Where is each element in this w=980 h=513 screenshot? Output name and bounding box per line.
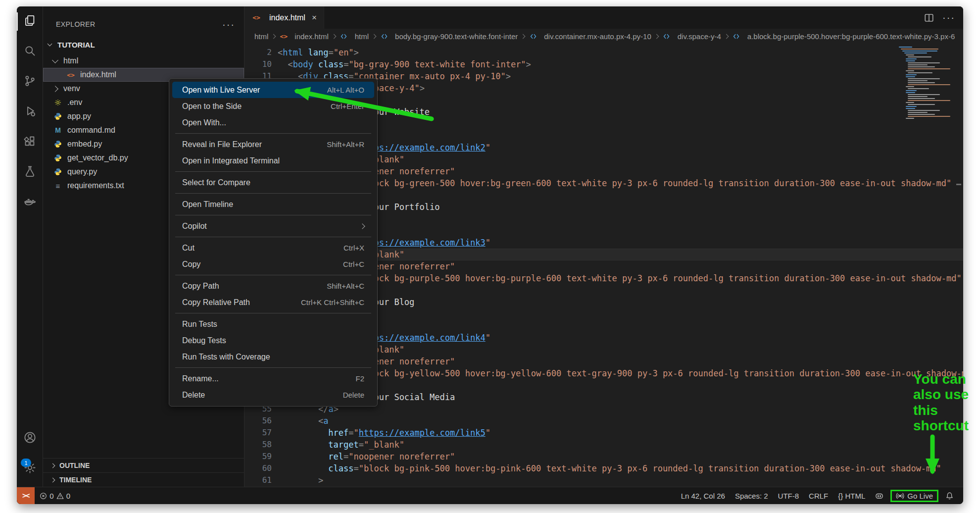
minimap-line: [908, 110, 940, 111]
activity-extensions[interactable]: [17, 127, 43, 157]
file-name: command.md: [67, 126, 115, 135]
code-line[interactable]: 57 href="https://example.com/link5": [245, 427, 963, 439]
breadcrumb-item[interactable]: body.bg-gray-900.text-white.font-inter: [379, 32, 518, 41]
line-number[interactable]: 56: [245, 415, 272, 427]
status-eol[interactable]: CRLF: [804, 492, 833, 500]
python-icon: [53, 112, 63, 120]
menu-item-open-timeline[interactable]: Open Timeline: [172, 196, 374, 212]
line-number[interactable]: 61: [245, 474, 272, 486]
code-text: <a: [272, 415, 328, 427]
activity-bar-top: [17, 6, 43, 218]
status-go-live[interactable]: Go Live: [890, 490, 938, 502]
activity-testing[interactable]: [17, 157, 43, 188]
split-editor-icon[interactable]: [924, 12, 934, 23]
breadcrumb-item[interactable]: html: [254, 32, 268, 41]
menu-item-label: Open Timeline: [182, 200, 233, 209]
minimap-line: [908, 98, 935, 99]
activity-source-control[interactable]: [17, 67, 43, 97]
menu-item-label: Copy Path: [182, 282, 219, 291]
menu-item-cut[interactable]: CutCtrl+X: [172, 240, 374, 256]
menu-item-copy-path[interactable]: Copy PathShift+Alt+C: [172, 278, 374, 294]
breadcrumb-item[interactable]: div.container.mx-auto.px-4.py-10: [528, 32, 651, 41]
code-line[interactable]: 59 rel="noopener noreferrer": [245, 451, 963, 462]
file-tree-item-html[interactable]: html: [43, 54, 244, 68]
line-number[interactable]: 59: [245, 451, 272, 462]
status-bar: >< 0 0 Ln 42, Col 26Spaces: 2UTF-8CRLF{}…: [17, 487, 963, 504]
status-copilot[interactable]: [871, 492, 888, 500]
code-line[interactable]: 2<html lang="en">: [245, 47, 963, 58]
menu-separator: [175, 237, 371, 237]
menu-item-reveal-in-file-explorer[interactable]: Reveal in File ExplorerShift+Alt+R: [172, 136, 374, 153]
menu-item-select-for-compare[interactable]: Select for Compare: [172, 174, 374, 191]
code-line[interactable]: 56 <a: [245, 415, 963, 427]
breadcrumb-item[interactable]: <>index.html: [279, 32, 328, 41]
status-encoding[interactable]: UTF-8: [774, 492, 804, 500]
minimap-line: [901, 49, 939, 50]
activity-search[interactable]: [17, 37, 43, 67]
section-tutorial[interactable]: TUTORIAL: [43, 37, 244, 52]
python-icon: [53, 140, 63, 148]
run-debug-icon: [23, 104, 37, 120]
status-language-mode[interactable]: {} HTML: [833, 492, 870, 500]
breadcrumb-separator-icon: [654, 34, 659, 39]
section-outline[interactable]: OUTLINE: [43, 458, 244, 472]
menu-item-label: Open With...: [182, 118, 226, 127]
minimap[interactable]: [897, 47, 954, 487]
code-line[interactable]: 10 <body class="bg-gray-900 text-white f…: [245, 58, 963, 70]
code-line[interactable]: 58 target="_blank": [245, 439, 963, 451]
editor-more-actions-icon[interactable]: ···: [942, 12, 955, 23]
menu-item-open-to-the-side[interactable]: Open to the SideCtrl+Enter: [172, 98, 374, 114]
explorer-more-actions-icon[interactable]: ···: [222, 19, 235, 30]
menu-item-debug-tests[interactable]: Debug Tests: [172, 332, 374, 349]
line-number[interactable]: 2: [245, 47, 272, 58]
menu-item-run-tests-with-coverage[interactable]: Run Tests with Coverage: [172, 349, 374, 365]
status-label: Ln 42, Col 26: [681, 492, 725, 500]
minimap-line: [906, 90, 916, 91]
line-number[interactable]: 10: [245, 58, 272, 70]
code-line[interactable]: 60 class="block bg-pink-500 hover:bg-pin…: [245, 462, 963, 474]
code-text: <body class="bg-gray-900 text-white font…: [272, 58, 531, 70]
remote-indicator[interactable]: ><: [17, 487, 35, 504]
activity-settings[interactable]: 1: [17, 454, 43, 484]
menu-item-open-with-live-server[interactable]: Open with Live ServerAlt+L Alt+O: [172, 82, 374, 98]
activity-run-debug[interactable]: [17, 97, 43, 127]
minimap-line: [908, 112, 928, 113]
line-number[interactable]: 58: [245, 439, 272, 451]
menu-item-open-with-[interactable]: Open With...: [172, 114, 374, 131]
code-line[interactable]: 61 >: [245, 474, 963, 486]
minimap-line: [908, 96, 928, 97]
line-number[interactable]: 60: [245, 462, 272, 474]
breadcrumb-label: div.space-y-4: [678, 32, 721, 41]
breadcrumb-item[interactable]: div.space-y-4: [662, 32, 721, 41]
activity-docker[interactable]: [17, 188, 43, 218]
section-timeline[interactable]: TIMELINE: [43, 472, 244, 487]
menu-item-copy-relative-path[interactable]: Copy Relative PathCtrl+K Ctrl+Shift+C: [172, 294, 374, 310]
status-indentation[interactable]: Spaces: 2: [731, 492, 773, 500]
minimap-line: [908, 62, 940, 63]
problems-status[interactable]: 0 0: [35, 492, 75, 500]
breadcrumb-item[interactable]: a.block.bg-purple-500.hover:bg-purple-60…: [732, 32, 955, 41]
activity-explorer[interactable]: [17, 6, 43, 37]
menu-item-open-in-integrated-terminal[interactable]: Open in Integrated Terminal: [172, 153, 374, 169]
tab-index-html[interactable]: <> index.html ×: [245, 6, 324, 29]
activity-accounts[interactable]: [17, 423, 43, 454]
chevron-down-icon: [52, 57, 58, 63]
sym-icon: [662, 33, 672, 40]
file-name: html: [63, 56, 78, 65]
breadcrumb-label: div.container.mx-auto.px-4.py-10: [544, 32, 651, 41]
bell-icon: [945, 492, 954, 500]
section-label: OUTLINE: [59, 462, 90, 469]
line-number[interactable]: 57: [245, 427, 272, 439]
status-cursor-position[interactable]: Ln 42, Col 26: [677, 492, 730, 500]
menu-item-delete[interactable]: DeleteDelete: [172, 387, 374, 403]
tab-close-icon[interactable]: ×: [312, 13, 317, 23]
menu-item-rename-[interactable]: Rename...F2: [172, 370, 374, 387]
menu-item-label: Rename...: [182, 374, 219, 383]
menu-item-copy[interactable]: CopyCtrl+C: [172, 256, 374, 272]
breadcrumbs: html<>index.htmlhtmlbody.bg-gray-900.tex…: [245, 29, 963, 44]
menu-item-run-tests[interactable]: Run Tests: [172, 316, 374, 332]
breadcrumb-item[interactable]: html: [339, 32, 369, 41]
menu-item-copilot[interactable]: Copilot: [172, 218, 374, 234]
breadcrumb-separator-icon: [331, 34, 336, 39]
status-notifications[interactable]: [941, 492, 958, 500]
